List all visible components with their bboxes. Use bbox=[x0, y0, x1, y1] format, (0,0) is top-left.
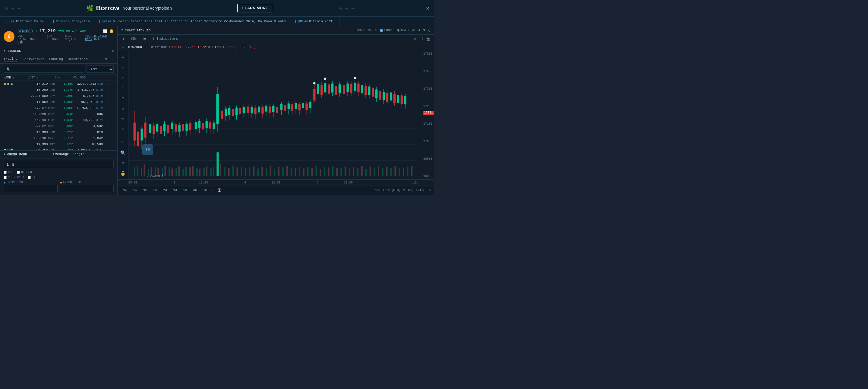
oco-check[interactable] bbox=[4, 171, 7, 174]
tf-1y[interactable]: 1y bbox=[131, 188, 139, 193]
tab-funding[interactable]: Funding bbox=[49, 56, 63, 62]
eur-star[interactable]: ☆ bbox=[103, 88, 114, 92]
tf-1d[interactable]: 1d bbox=[181, 188, 189, 193]
finance-ecosystem[interactable]: | Finance Ecosystem bbox=[48, 17, 94, 26]
close-icon[interactable]: ✕ bbox=[426, 5, 429, 11]
zoom-tool[interactable]: 🔍 bbox=[119, 149, 127, 156]
table-row[interactable]: 335,890 MXNt 2.77% 2,042 ☆ bbox=[0, 135, 117, 141]
scale-auto[interactable]: auto bbox=[416, 189, 424, 192]
draw-line-tool[interactable]: ✏ bbox=[119, 64, 127, 71]
vol-arrows[interactable]: ⌃ ⌄ bbox=[143, 174, 148, 177]
chart-dropdown[interactable]: ▼ bbox=[423, 28, 425, 33]
eurt-star[interactable]: ☆ bbox=[103, 118, 114, 122]
post-only-checkbox[interactable]: POST-ONLY bbox=[4, 176, 24, 179]
crosshair-tool[interactable]: ✛ bbox=[121, 36, 126, 41]
col-name-header[interactable]: NAME ↕ bbox=[4, 76, 28, 79]
scale-pct[interactable]: % bbox=[403, 189, 405, 192]
table-row[interactable]: 17,207 USDt 1.50% 20,750,933 5.0x ☆ bbox=[0, 105, 117, 111]
tab-derivatives[interactable]: Derivatives bbox=[22, 56, 44, 62]
col-vol-header[interactable]: VOL USD ↕ bbox=[73, 76, 103, 79]
tf-6h[interactable]: 6h bbox=[191, 188, 199, 193]
tf-7d[interactable]: 7d bbox=[161, 188, 169, 193]
chart-chevron[interactable]: ▼ bbox=[121, 29, 123, 32]
settings-icon[interactable]: ⚙ bbox=[414, 37, 416, 41]
tab-m[interactable]: M bbox=[105, 57, 107, 61]
chart-up-arrow[interactable]: ▲ bbox=[418, 28, 421, 33]
tif-check[interactable] bbox=[28, 176, 31, 179]
xaut-star[interactable]: ☆ bbox=[103, 124, 114, 128]
table-row[interactable]: 2,334,000 JPY 2.39% 67,635 3.3x ☆ bbox=[0, 93, 117, 99]
col-24h-header[interactable]: 24H ↕ bbox=[55, 76, 73, 79]
show-trades-checkbox[interactable]: SHOW TRADES bbox=[353, 29, 377, 32]
camera-icon[interactable]: 📷 bbox=[426, 37, 431, 41]
cnht-star[interactable]: ☆ bbox=[103, 112, 114, 116]
draw-tool[interactable]: ✏ bbox=[121, 44, 126, 50]
asset-symbol-link[interactable]: BTC/USD bbox=[18, 29, 33, 33]
ltc-star[interactable]: ☆ bbox=[103, 148, 114, 150]
crosshair-tool-btn[interactable]: ✛ bbox=[119, 53, 127, 61]
scale-log[interactable]: log bbox=[407, 189, 413, 192]
text-tool[interactable]: T bbox=[119, 84, 127, 91]
show-liquidations-check-box[interactable]: ✓ bbox=[380, 29, 383, 32]
search-box[interactable]: 🔍 bbox=[4, 66, 84, 73]
timeframe-btn-30m[interactable]: 30m bbox=[129, 36, 138, 41]
post-only-check[interactable] bbox=[4, 176, 7, 179]
tab-trading[interactable]: Trading bbox=[4, 56, 18, 62]
measure-tool[interactable]: ⊕ bbox=[119, 94, 127, 102]
tab-margin[interactable]: Margin bbox=[73, 152, 85, 156]
table-row[interactable]: 119,560 CNHt 0.54% 686 ☆ bbox=[0, 111, 117, 117]
table-row[interactable]: 319,390 TRY 0.52% 10,580 ☆ bbox=[0, 141, 117, 147]
jpy-star[interactable]: ☆ bbox=[103, 94, 114, 98]
tf-3y[interactable]: 3y bbox=[121, 188, 129, 193]
table-row[interactable]: LTC 83.450 USD 9.73% 4,037,106 5.0x ☆ bbox=[0, 147, 117, 150]
table-row[interactable]: 16,296 EURt 1.04% 49,229 3.3x ☆ bbox=[0, 117, 117, 123]
table-row[interactable]: 17,990 MIM 5.22% 818 ☆ bbox=[0, 129, 117, 135]
arrow-tool[interactable]: ↗ bbox=[119, 105, 127, 112]
settings-tool[interactable]: ⚙ bbox=[119, 159, 127, 167]
chart-icon[interactable]: 📊 bbox=[103, 29, 107, 33]
tickers-chevron[interactable]: ▼ bbox=[4, 49, 5, 53]
fullscreen-icon[interactable]: ⛶ bbox=[420, 37, 423, 41]
table-row[interactable]: 9.7262 XAUt 3.09% 24,532 ☆ bbox=[0, 123, 117, 129]
bitfinex-pulse[interactable]: ((·)) Bitfinex Pulse bbox=[0, 17, 48, 26]
gear-icon[interactable]: ⚙ bbox=[112, 49, 114, 53]
tab-star[interactable]: ☆ bbox=[112, 57, 114, 61]
tf-1m[interactable]: 1m bbox=[151, 188, 159, 193]
tif-checkbox[interactable]: TIF bbox=[28, 176, 37, 179]
info-icon[interactable]: ℹ bbox=[36, 30, 37, 33]
amount-input[interactable] bbox=[60, 185, 114, 192]
mim-star[interactable]: ☆ bbox=[103, 130, 114, 134]
bottom-settings-icon[interactable]: ⚙ bbox=[428, 188, 431, 192]
table-row[interactable]: BTC 17,219 USD 1.49% 32,898,343 10x ☆ bbox=[0, 81, 117, 87]
horizontal-line-tool[interactable]: — bbox=[119, 74, 127, 81]
gbp-star[interactable]: ☆ bbox=[103, 100, 114, 104]
pattern-tool[interactable]: ⚌ bbox=[119, 115, 127, 122]
chart-refresh-icon[interactable]: ↻ bbox=[428, 28, 431, 33]
tf-icon[interactable]: ⌛ bbox=[216, 188, 223, 193]
ruler-tool[interactable]: ⬚ bbox=[119, 139, 127, 146]
indicators-btn[interactable]: ⌇ Indicators bbox=[151, 36, 179, 41]
hidden-checkbox[interactable]: HIDDEN bbox=[17, 170, 32, 174]
tf-1h[interactable]: 1h bbox=[202, 188, 209, 193]
tf-3d[interactable]: 3d bbox=[171, 188, 179, 193]
chart-type-btn[interactable]: ⚌ bbox=[142, 36, 148, 41]
hidden-check[interactable] bbox=[17, 171, 20, 174]
price-input[interactable] bbox=[4, 185, 58, 192]
show-trades-check-box[interactable] bbox=[353, 29, 356, 32]
tab-securities[interactable]: Securities bbox=[68, 56, 88, 62]
emoji-tool[interactable]: ☺ bbox=[119, 125, 127, 133]
usdt-star[interactable]: ☆ bbox=[103, 106, 114, 110]
currency-select[interactable]: ANY USD EUR BTC bbox=[87, 65, 114, 73]
search-input[interactable] bbox=[12, 67, 82, 71]
more-icon[interactable]: ⋮ bbox=[110, 152, 114, 156]
oco-checkbox[interactable]: OCO bbox=[4, 170, 13, 174]
col-last-header[interactable]: LAST ↕ bbox=[28, 76, 55, 79]
lock-tool[interactable]: 🔓 bbox=[119, 170, 127, 177]
tf-3m[interactable]: 3m bbox=[141, 188, 149, 193]
tab-exchange[interactable]: Exchange bbox=[53, 152, 69, 156]
btc-star[interactable]: ☆ bbox=[103, 82, 114, 86]
order-type-select[interactable]: Limit Market Stop bbox=[4, 161, 114, 168]
mxnt-star[interactable]: ☆ bbox=[103, 136, 114, 140]
show-liquidations-checkbox[interactable]: ✓ SHOW LIQUIDATIONS bbox=[380, 29, 415, 32]
try-star[interactable]: ☆ bbox=[103, 142, 114, 146]
